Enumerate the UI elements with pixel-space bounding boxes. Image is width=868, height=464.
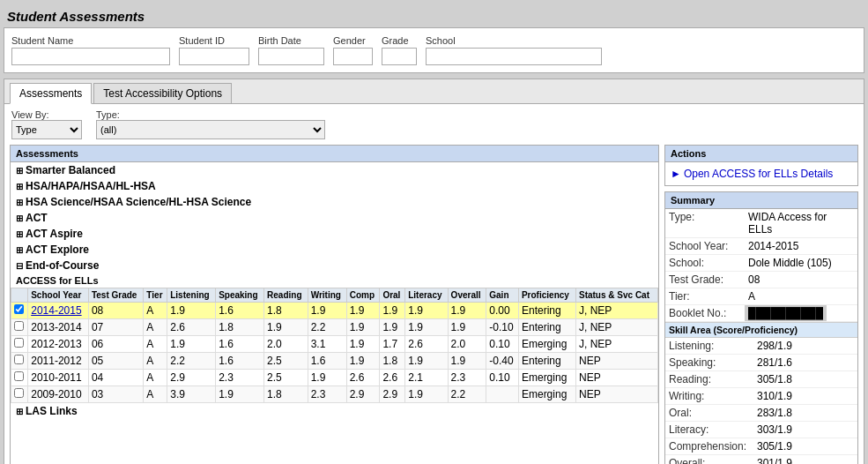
tree-item-act-aspire[interactable]: ⊞ACT Aspire (11, 226, 658, 242)
view-by-dropdown[interactable]: Type Date Subject (11, 120, 82, 139)
school-label: School (426, 35, 602, 46)
table-row[interactable]: 2010-201104A2.92.32.51.92.62.62.12.30.10… (11, 370, 658, 386)
summary-label: School: (665, 255, 745, 271)
col-tier: Tier (144, 288, 167, 303)
summary-label: Test Grade: (665, 272, 745, 288)
access-table: School YearTest GradeTierListeningSpeaki… (11, 288, 658, 403)
grade-field: Grade (382, 35, 417, 65)
row-checkbox[interactable] (14, 338, 24, 348)
grade-input[interactable] (382, 48, 417, 65)
skill-label: Comprehension: (665, 438, 753, 454)
table-row[interactable]: 2012-201306A1.91.62.03.11.91.72.62.00.10… (11, 336, 658, 353)
col-proficiency: Proficiency (518, 288, 575, 303)
col-status_&_svc_cat: Status & Svc Cat (575, 288, 657, 303)
gender-field: Gender (333, 35, 373, 65)
right-panels: Actions ► Open ACCESS for ELLs Details S… (664, 145, 858, 464)
summary-value: WIDA Access for ELLs (745, 209, 857, 237)
col-overall: Overall (448, 288, 486, 303)
tree-item-act[interactable]: ⊞ACT (11, 210, 658, 226)
summary-value: ██████████ (745, 305, 827, 321)
type-dropdown[interactable]: (all) Smarter Balanced ACT ACCESS for EL… (96, 120, 325, 139)
school-field: School (426, 35, 602, 65)
page-title: Student Assessments (4, 4, 864, 27)
arrow-icon: ► (671, 168, 681, 180)
student-id-field: Student ID (179, 35, 249, 65)
col-writing: Writing (308, 288, 346, 303)
summary-value: A (745, 288, 759, 304)
skill-label: Literacy: (665, 422, 753, 438)
skill-row: Listening:298/1.9 (665, 338, 857, 355)
checkbox-col-header (11, 288, 28, 303)
summary-value: Dole Middle (105) (745, 255, 835, 271)
tree-item-end-of-course[interactable]: ⊟End-of-Course (11, 258, 658, 273)
summary-row: School Year:2014-2015 (665, 238, 857, 255)
birth-date-label: Birth Date (258, 35, 324, 46)
filter-section: Student Name Student ID Birth Date Gende… (4, 27, 864, 73)
summary-row: Type:WIDA Access for ELLs (665, 209, 857, 238)
skill-row: Comprehension:305/1.9 (665, 438, 857, 455)
table-row[interactable]: 2009-201003A3.91.91.82.32.92.91.92.2Emer… (11, 386, 658, 403)
student-name-label: Student Name (11, 35, 170, 46)
tree-item-smarter-balanced[interactable]: ⊞Smarter Balanced (11, 162, 658, 178)
skill-label: Listening: (665, 338, 753, 354)
summary-row: Test Grade:08 (665, 272, 857, 288)
skill-label: Speaking: (665, 355, 753, 370)
skill-row: Overall:301/1.9 (665, 455, 857, 464)
student-name-field: Student Name (11, 35, 170, 65)
col-listening: Listening (167, 288, 216, 303)
skill-value: 283/1.8 (753, 405, 796, 421)
row-checkbox[interactable] (14, 355, 24, 364)
skill-row: Reading:305/1.8 (665, 371, 857, 388)
col-school_year: School Year (28, 288, 89, 303)
type-label: Type: (96, 109, 325, 120)
school-input[interactable] (426, 48, 602, 65)
assessments-panel-header: Assessments (11, 146, 658, 162)
view-row: View By: Type Date Subject Type: (all) S… (4, 104, 864, 145)
actions-header: Actions (665, 146, 857, 162)
skill-row: Literacy:303/1.9 (665, 422, 857, 438)
skill-row: Speaking:281/1.6 (665, 355, 857, 371)
table-row[interactable]: 2011-201205A2.21.62.51.61.91.81.91.9-0.4… (11, 353, 658, 370)
row-checkbox[interactable] (14, 321, 24, 331)
col-test_grade: Test Grade (88, 288, 143, 303)
table-row[interactable]: 2014-201508A1.91.61.81.91.91.91.91.90.00… (11, 303, 658, 319)
view-by-label: View By: (11, 109, 82, 120)
col-gain: Gain (486, 288, 519, 303)
summary-row: School:Dole Middle (105) (665, 255, 857, 272)
student-name-input[interactable] (11, 48, 170, 65)
tree-item-las-links[interactable]: ⊞LAS Links (11, 403, 658, 419)
student-id-input[interactable] (179, 48, 249, 65)
skill-row: Oral:283/1.8 (665, 405, 857, 422)
tabs-section: Assessments Test Accessibility Options V… (4, 79, 864, 464)
gender-input[interactable] (333, 48, 373, 65)
student-id-label: Student ID (179, 35, 249, 46)
tree-item-hsa-science[interactable]: ⊞HSA Science/HSAA Science/HL-HSA Science (11, 194, 658, 210)
row-checkbox[interactable] (14, 371, 24, 381)
row-checkbox[interactable] (14, 388, 24, 398)
open-access-link[interactable]: ► Open ACCESS for ELLs Details (671, 168, 852, 180)
skill-value: 310/1.9 (753, 388, 796, 404)
summary-value: 2014-2015 (745, 238, 802, 254)
tree-item-hsa[interactable]: ⊞HSA/HAPA/HSAA/HL-HSA (11, 178, 658, 194)
tab-assessments[interactable]: Assessments (10, 83, 92, 104)
skill-value: 281/1.6 (753, 355, 796, 370)
summary-label: Type: (665, 209, 745, 237)
summary-label: Booklet No.: (665, 305, 745, 321)
gender-label: Gender (333, 35, 373, 46)
skill-value: 303/1.9 (753, 422, 796, 438)
skill-row: Writing:310/1.9 (665, 388, 857, 405)
grade-label: Grade (382, 35, 417, 46)
skill-value: 301/1.9 (753, 455, 796, 464)
col-speaking: Speaking (216, 288, 264, 303)
tree-item-act-explore[interactable]: ⊞ACT Explore (11, 242, 658, 258)
birth-date-input[interactable] (258, 48, 324, 65)
col-comp: Comp (346, 288, 380, 303)
main-content: Assessments ⊞Smarter Balanced ⊞HSA/HAPA/… (4, 145, 864, 464)
type-select: Type: (all) Smarter Balanced ACT ACCESS … (96, 109, 325, 139)
summary-row: Tier:A (665, 288, 857, 305)
birth-date-field: Birth Date (258, 35, 324, 65)
table-row[interactable]: 2013-201407A2.61.81.92.21.91.91.91.9-0.1… (11, 319, 658, 336)
tab-accessibility[interactable]: Test Accessibility Options (93, 83, 232, 103)
row-checkbox[interactable] (14, 304, 24, 314)
skill-label: Reading: (665, 371, 753, 387)
